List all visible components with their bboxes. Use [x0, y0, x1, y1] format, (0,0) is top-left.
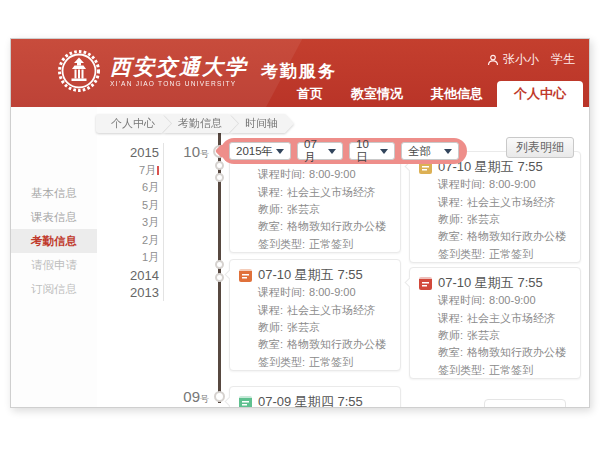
day-suffix: 号 [200, 149, 209, 159]
card-arrow [405, 278, 415, 288]
sidebar-item-basic-info[interactable]: 基本信息 [11, 181, 97, 205]
university-name-en: XI'AN JIAO TONG UNIVERSITY [110, 80, 248, 87]
chevron-down-icon [444, 149, 452, 154]
month-select[interactable]: 07月 [297, 142, 343, 160]
card-field: 课程:社会主义市场经济 [419, 310, 571, 326]
app-window: 西安交通大学 XI'AN JIAO TONG UNIVERSITY 考勤服务 张… [10, 38, 590, 408]
card-field: 教室:格物致知行政办公楼 [419, 344, 571, 360]
sidebar-item-subscription-info[interactable]: 订阅信息 [11, 277, 97, 301]
calendar-icon [239, 269, 252, 282]
timeline-dot [215, 273, 224, 282]
card-field: 课程:社会主义市场经济 [239, 184, 391, 200]
card-field: 教师:张芸京 [419, 211, 571, 227]
card-field: 教师:张芸京 [419, 327, 571, 343]
chevron-down-icon [380, 149, 388, 154]
card-field: 课程时间:8:00-9:00 [419, 292, 571, 308]
breadcrumb-personal-center[interactable]: 个人中心 [96, 114, 171, 133]
day-label-10: 10号 [169, 143, 209, 161]
main-nav: 首页 教室情况 其他信息 个人中心 [283, 81, 583, 107]
day-number: 10 [183, 143, 200, 160]
university-logo-icon [57, 49, 101, 93]
user-icon [487, 54, 499, 66]
date-filter-popup: 2015年 07月 10日 全部 [221, 138, 467, 164]
sidebar: 基本信息 课表信息 考勤信息 请假申请 订阅信息 [11, 107, 97, 407]
card-field: 教师:张芸京 [239, 201, 391, 217]
month-nav-year[interactable]: 2014 [97, 267, 159, 285]
type-select[interactable]: 全部 [401, 142, 459, 160]
user-role: 学生 [551, 51, 575, 68]
card-field: 签到类型:正常签到 [239, 354, 391, 370]
card-field: 课程时间:8:00-9:00 [239, 284, 391, 300]
card-field: 教室:格物致知行政办公楼 [239, 218, 391, 234]
breadcrumb-attendance-info[interactable]: 考勤信息 [163, 114, 238, 133]
card-arrow [225, 270, 235, 280]
card-field: 签到类型:正常签到 [419, 246, 571, 262]
month-nav-year[interactable]: 2015 [97, 144, 159, 162]
month-nav-month-active[interactable]: 7月 [139, 164, 156, 176]
day-suffix: 号 [200, 394, 209, 404]
chevron-down-icon [328, 149, 336, 154]
month-select-value: 07月 [304, 138, 328, 165]
calendar-icon [239, 396, 252, 409]
month-nav-month[interactable]: 1月 [97, 249, 159, 267]
app-title: 考勤服务 [261, 60, 337, 83]
app-header: 西安交通大学 XI'AN JIAO TONG UNIVERSITY 考勤服务 张… [11, 39, 589, 107]
user-info[interactable]: 张小小 学生 [487, 51, 575, 68]
sidebar-item-attendance-info[interactable]: 考勤信息 [11, 229, 97, 253]
attendance-card[interactable]: 07-09 星期四 7:55 课程时间:8:00-9:00 课程:社会主义市场经… [229, 386, 401, 408]
card-title: 07-10 星期五 7:55 [258, 266, 363, 284]
nav-home[interactable]: 首页 [283, 81, 337, 107]
day-select[interactable]: 10日 [349, 142, 395, 160]
card-field: 课程:社会主义市场经济 [239, 302, 391, 318]
user-name: 张小小 [503, 51, 539, 68]
card-field: 教室:格物致知行政办公楼 [419, 228, 571, 244]
day-number: 09 [183, 388, 200, 405]
chevron-down-icon [276, 149, 284, 154]
card-title: 07-09 星期四 7:55 [258, 393, 363, 408]
card-field: 教室:格物致知行政办公楼 [239, 336, 391, 352]
university-name-cn: 西安交通大学 [110, 55, 248, 79]
year-select-value: 2015年 [236, 144, 273, 159]
year-select[interactable]: 2015年 [229, 142, 291, 160]
month-nav-year[interactable]: 2013 [97, 284, 159, 302]
list-detail-button[interactable]: 列表明细 [506, 137, 574, 158]
attendance-card[interactable]: 07-10 星期五 7:55 课程时间:8:00-9:00 课程:社会主义市场经… [409, 151, 581, 263]
timeline-dot [215, 161, 224, 170]
card-field: 课程:社会主义市场经济 [419, 194, 571, 210]
card-field: 教师:张芸京 [239, 319, 391, 335]
attendance-card[interactable]: 07-10 星期五 7:55 课程时间:8:00-9:00 课程:社会主义市场经… [409, 267, 581, 379]
timeline-dot [215, 173, 224, 182]
month-nav-month[interactable]: 3月 [97, 214, 159, 232]
active-month-tick [157, 166, 159, 175]
sidebar-item-leave-request[interactable]: 请假申请 [11, 253, 97, 277]
month-nav: 2015 7月 6月 5月 3月 2月 1月 2014 2013 [97, 144, 159, 302]
card-title: 07-10 星期五 7:55 [438, 274, 543, 292]
nav-classrooms[interactable]: 教室情况 [337, 81, 417, 107]
day-label-09: 09号 [169, 388, 209, 406]
month-nav-month[interactable]: 6月 [97, 179, 159, 197]
timeline-dot [215, 260, 224, 269]
nav-personal-center[interactable]: 个人中心 [497, 81, 583, 107]
month-nav-month[interactable]: 5月 [97, 197, 159, 215]
card-field: 签到类型:正常签到 [419, 362, 571, 378]
month-nav-divider [163, 143, 164, 301]
breadcrumb: 个人中心 考勤信息 时间轴 [96, 114, 294, 133]
attendance-card[interactable]: 07-10 星期五 7:55 课程时间:8:00-9:00 课程:社会主义市场经… [229, 259, 401, 371]
breadcrumb-timeline[interactable]: 时间轴 [230, 114, 294, 133]
card-arrow [225, 397, 235, 407]
card-field: 课程时间:8:00-9:00 [419, 176, 571, 192]
card-field: 签到类型:正常签到 [239, 236, 391, 252]
calendar-icon [419, 277, 432, 290]
month-nav-month[interactable]: 2月 [97, 232, 159, 250]
attendance-card-partial[interactable] [484, 399, 566, 408]
card-field: 课程时间:8:00-9:00 [239, 166, 391, 182]
type-select-value: 全部 [408, 144, 431, 159]
nav-other-info[interactable]: 其他信息 [417, 81, 497, 107]
day-select-value: 10日 [356, 138, 380, 165]
timeline-axis [218, 115, 221, 403]
sidebar-item-schedule-info[interactable]: 课表信息 [11, 205, 97, 229]
timeline-dot [214, 391, 225, 402]
